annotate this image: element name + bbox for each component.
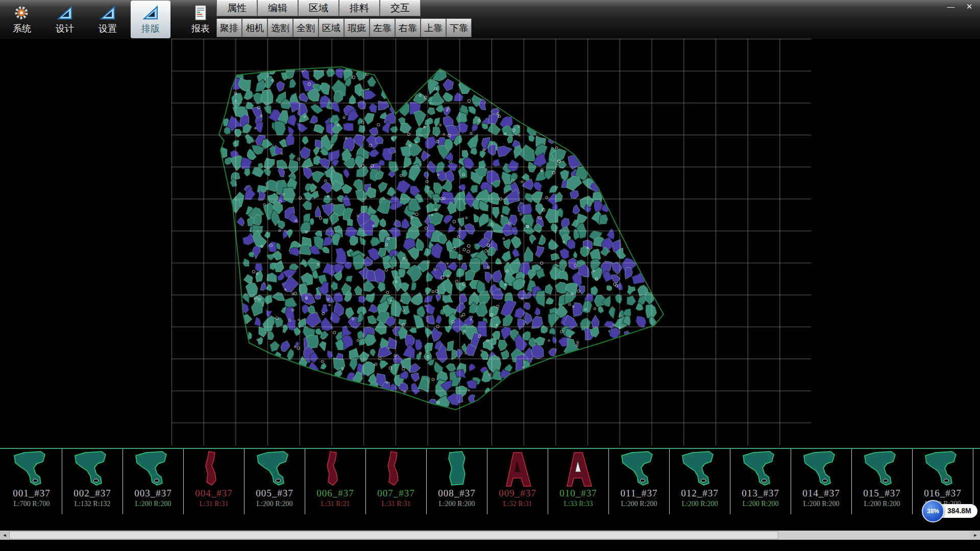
menu-tab-row: 属性编辑区域排料交互 (216, 0, 472, 16)
piece-shape (371, 450, 422, 487)
tool-button-cut-all[interactable]: 全割 (293, 18, 318, 37)
app-window: 系统设计设置排版报表 属性编辑区域排料交互 聚排相机选割全割区域瑕疵左靠右靠上靠… (0, 0, 980, 551)
piece-thumbnail[interactable]: 003_#37L:200 R:200 (123, 449, 184, 514)
tool-button-defect[interactable]: 瑕疵 (344, 18, 370, 37)
piece-thumbnail[interactable]: 007_#37L:31 R:31 (366, 449, 427, 514)
menu-tab-nest[interactable]: 排料 (339, 0, 380, 16)
menu-tab-properties[interactable]: 属性 (216, 0, 257, 16)
tool-button-row: 聚排相机选割全割区域瑕疵左靠右靠上靠下靠 (216, 18, 472, 37)
piece-thumbnail[interactable]: 005_#37L:200 R:200 (244, 449, 305, 514)
piece-shape (674, 450, 725, 487)
piece-id-label: 006_#37 (316, 488, 354, 499)
toolbar-button-label: 报表 (191, 22, 210, 35)
piece-lr-label: L:31 R:31 (199, 500, 228, 508)
piece-lr-label: L:200 R:200 (438, 500, 475, 508)
piece-thumbnail[interactable]: 009_#37L:32 R:31 (487, 449, 548, 514)
piece-id-label: 014_#37 (802, 488, 840, 499)
tool-button-region[interactable]: 区域 (318, 18, 344, 37)
piece-thumbnail[interactable]: 015_#37L:200 R:200 (852, 449, 913, 514)
piece-thumbnail[interactable]: 010_#37L:33 R:33 (548, 449, 609, 514)
piece-id-label: 005_#37 (256, 488, 293, 499)
toolbar-button-settings[interactable]: 设置 (88, 1, 128, 38)
toolbar-button-label: 设置 (99, 22, 117, 35)
piece-thumbnail[interactable]: 008_#37L:200 R:200 (427, 449, 487, 514)
toolbar-button-layout[interactable]: 排版 (131, 1, 170, 38)
memory-percent-label: 38% (927, 508, 939, 515)
piece-id-label: 004_#37 (195, 488, 233, 499)
piece-shape (917, 450, 968, 487)
close-button[interactable]: ✕ (963, 2, 976, 12)
tool-button-camera[interactable]: 相机 (242, 18, 267, 37)
piece-id-label: 007_#37 (377, 488, 415, 499)
piece-id-label: 002_#37 (74, 488, 111, 499)
piece-shape (735, 450, 786, 487)
app-toolbar: 系统设计设置排版报表 (2, 1, 220, 38)
piece-id-label: 013_#37 (742, 488, 779, 499)
piece-id-label: 016_#37 (924, 488, 962, 499)
menu-area: 属性编辑区域排料交互 聚排相机选割全割区域瑕疵左靠右靠上靠下靠 (216, 0, 472, 37)
top-toolbar: 系统设计设置排版报表 属性编辑区域排料交互 聚排相机选割全割区域瑕疵左靠右靠上靠… (0, 0, 980, 39)
tool-button-align-right[interactable]: 右靠 (395, 18, 421, 37)
window-controls: — ✕ (944, 2, 976, 12)
piece-thumbnail[interactable]: 014_#37L:200 R:200 (791, 449, 852, 514)
piece-lr-label: L:32 R:31 (503, 500, 532, 508)
scrollbar-track[interactable] (9, 531, 971, 540)
toolbar-button-label: 排版 (141, 22, 160, 35)
toolbar-button-system[interactable]: 系统 (2, 1, 42, 38)
report-icon (192, 5, 209, 21)
piece-lr-label: L:31 R:31 (381, 500, 410, 508)
ruler-icon (99, 5, 116, 21)
nesting-canvas[interactable] (172, 39, 811, 445)
tool-button-align-bottom[interactable]: 下靠 (446, 18, 472, 37)
piece-thumbnail[interactable]: 013_#37L:200 R:200 (730, 449, 791, 514)
scroll-right-arrow[interactable]: ► (971, 531, 980, 540)
piece-shape (856, 450, 908, 487)
piece-shape (553, 450, 604, 487)
piece-lr-label: L:200 R:200 (256, 500, 292, 508)
piece-shape (67, 450, 118, 487)
piece-lr-label: L:200 R:200 (864, 500, 900, 508)
scrollbar-thumb[interactable] (9, 531, 778, 539)
menu-tab-edit[interactable]: 编辑 (257, 0, 298, 16)
piece-lr-label: L:31 R:21 (321, 500, 350, 508)
piece-lr-label: L:200 R:200 (135, 500, 171, 508)
piece-id-label: 008_#37 (438, 488, 476, 499)
piece-thumbnail[interactable]: 006_#37L:31 R:21 (305, 449, 366, 514)
piece-lr-label: L:700 R:700 (13, 500, 50, 508)
minimize-button[interactable]: — (944, 2, 958, 12)
piece-thumbnail[interactable]: 011_#37L:200 R:200 (609, 449, 670, 514)
piece-thumbnail[interactable]: 001_#37L:700 R:700 (2, 449, 62, 514)
piece-lr-label: L:200 R:200 (742, 500, 778, 508)
menu-tab-interact[interactable]: 交互 (380, 0, 421, 16)
piece-id-label: 012_#37 (681, 488, 719, 499)
toolbar-button-label: 设计 (56, 22, 74, 35)
piece-lr-label: L:200 R:200 (681, 500, 718, 508)
ruler-icon (56, 5, 74, 21)
piece-shape (492, 450, 543, 487)
piece-thumbnail[interactable]: 002_#37L:132 R:132 (62, 449, 123, 514)
tool-button-align-left[interactable]: 左靠 (370, 18, 395, 37)
piece-thumbnail-strip: 001_#37L:700 R:700002_#37L:132 R:132003_… (0, 448, 980, 514)
piece-shape (188, 450, 239, 487)
piece-lr-label: L:33 R:33 (564, 500, 593, 508)
piece-id-label: 015_#37 (863, 488, 901, 499)
menu-tab-region[interactable]: 区域 (298, 0, 339, 16)
piece-thumbnail[interactable]: 012_#37L:200 R:200 (670, 449, 730, 514)
ruler-icon (142, 5, 159, 21)
tool-button-select-cut[interactable]: 选割 (267, 18, 293, 37)
toolbar-button-design[interactable]: 设计 (45, 1, 85, 38)
piece-shape (796, 450, 847, 487)
horizontal-scrollbar[interactable]: ◄ ► (0, 531, 980, 540)
toolbar-button-report[interactable]: 报表 (181, 1, 220, 38)
memory-percent-circle: 38% (922, 500, 944, 522)
piece-shape (431, 450, 482, 487)
scroll-left-arrow[interactable]: ◄ (0, 531, 9, 540)
tool-button-cluster-nest[interactable]: 聚排 (216, 18, 242, 37)
piece-id-label: 003_#37 (134, 488, 172, 499)
tool-button-align-top[interactable]: 上靠 (421, 18, 446, 37)
piece-thumbnail[interactable]: 004_#37L:31 R:31 (184, 449, 244, 514)
piece-shape (310, 450, 361, 487)
toolbar-button-label: 系统 (13, 22, 31, 35)
piece-id-label: 001_#37 (13, 488, 51, 499)
piece-id-label: 011_#37 (621, 488, 658, 499)
